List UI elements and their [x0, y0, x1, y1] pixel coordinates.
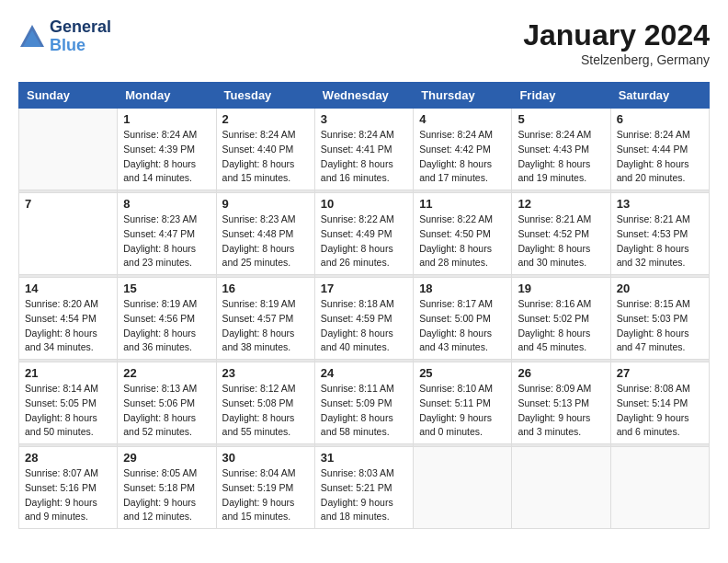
day-info-line: Sunset: 5:13 PM [518, 397, 589, 408]
day-number: 8 [123, 197, 210, 211]
day-info-line: Sunset: 4:47 PM [123, 228, 195, 239]
day-info: Sunrise: 8:04 AMSunset: 5:19 PMDaylight:… [222, 466, 309, 524]
day-number: 22 [123, 366, 210, 380]
day-info-line: and 6 minutes. [617, 426, 680, 437]
day-info-line: Daylight: 9 hours [123, 497, 196, 508]
day-info: Sunrise: 8:15 AMSunset: 5:03 PMDaylight:… [617, 297, 703, 355]
calendar-cell: 13Sunrise: 8:21 AMSunset: 4:53 PMDayligh… [610, 193, 709, 275]
day-info: Sunrise: 8:20 AMSunset: 4:54 PMDaylight:… [25, 297, 111, 355]
day-info: Sunrise: 8:22 AMSunset: 4:49 PMDaylight:… [321, 213, 407, 270]
day-number: 21 [25, 366, 111, 380]
day-info-line: Sunrise: 8:24 AM [518, 129, 591, 140]
day-info: Sunrise: 8:07 AMSunset: 5:16 PMDaylight:… [25, 466, 111, 524]
calendar-cell: 18Sunrise: 8:17 AMSunset: 5:00 PMDayligh… [414, 278, 512, 360]
day-info-line: Daylight: 9 hours [518, 412, 590, 423]
day-number: 7 [25, 197, 111, 211]
day-info-line: Sunset: 4:41 PM [321, 144, 392, 155]
day-number: 27 [617, 366, 703, 380]
day-number: 20 [617, 282, 703, 295]
weekday-header-monday: Monday [118, 83, 216, 109]
day-info-line: Sunrise: 8:19 AM [222, 298, 296, 309]
day-info: Sunrise: 8:03 AMSunset: 5:21 PMDaylight:… [321, 466, 407, 524]
day-info: Sunrise: 8:05 AMSunset: 5:18 PMDaylight:… [123, 466, 210, 524]
calendar-week-4: 21Sunrise: 8:14 AMSunset: 5:05 PMDayligh… [19, 362, 710, 444]
day-info-line: Sunset: 4:40 PM [222, 144, 294, 155]
location: Stelzenberg, Germany [523, 52, 710, 67]
day-info-line: Daylight: 8 hours [123, 243, 196, 254]
day-info-line: and 20 minutes. [617, 172, 686, 183]
day-info-line: Sunset: 4:50 PM [419, 228, 491, 239]
day-info-line: and 12 minutes. [123, 511, 192, 522]
day-info-line: Daylight: 8 hours [321, 412, 393, 423]
day-number: 2 [222, 112, 309, 126]
day-info-line: Sunrise: 8:03 AM [321, 467, 394, 478]
day-info-line: Sunrise: 8:07 AM [25, 467, 98, 478]
day-info-line: Sunrise: 8:22 AM [419, 213, 493, 224]
day-info-line: Daylight: 8 hours [222, 327, 295, 339]
weekday-header-wednesday: Wednesday [314, 83, 413, 109]
day-info: Sunrise: 8:13 AMSunset: 5:06 PMDaylight:… [123, 382, 210, 440]
day-info-line: Sunset: 5:08 PM [222, 397, 294, 408]
day-number: 23 [222, 366, 309, 380]
day-info-line: Sunset: 4:57 PM [222, 313, 294, 324]
day-number: 5 [518, 112, 604, 126]
day-info: Sunrise: 8:23 AMSunset: 4:48 PMDaylight:… [222, 213, 309, 270]
day-info-line: Daylight: 8 hours [222, 412, 295, 423]
weekday-header-tuesday: Tuesday [216, 83, 314, 109]
day-info-line: Sunrise: 8:24 AM [617, 129, 690, 140]
day-info-line: Sunrise: 8:14 AM [25, 383, 98, 394]
day-number: 6 [617, 112, 703, 126]
day-number: 10 [321, 197, 407, 211]
day-info: Sunrise: 8:19 AMSunset: 4:56 PMDaylight:… [123, 297, 210, 355]
calendar-cell: 9Sunrise: 8:23 AMSunset: 4:48 PMDaylight… [216, 193, 314, 275]
day-info: Sunrise: 8:21 AMSunset: 4:52 PMDaylight:… [518, 213, 604, 270]
day-info-line: Daylight: 9 hours [321, 497, 393, 508]
calendar-cell: 27Sunrise: 8:08 AMSunset: 5:14 PMDayligh… [610, 362, 709, 444]
day-info-line: Daylight: 8 hours [617, 243, 689, 254]
day-info-line: Sunset: 4:49 PM [321, 228, 392, 239]
logo-icon [18, 23, 46, 51]
calendar-cell [414, 447, 512, 529]
day-info-line: Sunset: 4:53 PM [617, 228, 688, 239]
day-info-line: Daylight: 8 hours [123, 412, 196, 423]
calendar-body: 1Sunrise: 8:24 AMSunset: 4:39 PMDaylight… [19, 109, 710, 529]
day-info-line: Sunrise: 8:08 AM [617, 383, 690, 394]
calendar-cell [610, 447, 709, 529]
day-info-line: and 14 minutes. [123, 172, 192, 183]
day-info: Sunrise: 8:10 AMSunset: 5:11 PMDaylight:… [419, 382, 506, 440]
day-info: Sunrise: 8:16 AMSunset: 5:02 PMDaylight:… [518, 297, 604, 355]
day-info-line: Sunset: 5:19 PM [222, 482, 294, 493]
day-info-line: Daylight: 8 hours [419, 243, 492, 254]
day-info-line: and 34 minutes. [25, 341, 94, 352]
calendar-cell: 24Sunrise: 8:11 AMSunset: 5:09 PMDayligh… [314, 362, 413, 444]
day-info-line: Daylight: 8 hours [25, 327, 97, 339]
day-info: Sunrise: 8:24 AMSunset: 4:42 PMDaylight:… [419, 128, 506, 186]
day-info-line: Daylight: 9 hours [617, 412, 689, 423]
calendar-cell [512, 447, 610, 529]
day-info-line: and 3 minutes. [518, 426, 581, 437]
day-info: Sunrise: 8:12 AMSunset: 5:08 PMDaylight:… [222, 382, 309, 440]
calendar-cell: 14Sunrise: 8:20 AMSunset: 4:54 PMDayligh… [19, 278, 118, 360]
day-info-line: Sunrise: 8:23 AM [123, 213, 197, 224]
calendar-cell: 25Sunrise: 8:10 AMSunset: 5:11 PMDayligh… [414, 362, 512, 444]
calendar-cell: 23Sunrise: 8:12 AMSunset: 5:08 PMDayligh… [216, 362, 314, 444]
day-info-line: and 23 minutes. [123, 257, 192, 268]
day-info-line: Sunrise: 8:05 AM [123, 467, 197, 478]
day-info: Sunrise: 8:18 AMSunset: 4:59 PMDaylight:… [321, 297, 407, 355]
day-number: 25 [419, 366, 506, 380]
day-info-line: Daylight: 8 hours [617, 158, 689, 169]
day-info: Sunrise: 8:08 AMSunset: 5:14 PMDaylight:… [617, 382, 703, 440]
day-info-line: and 30 minutes. [518, 257, 586, 268]
day-number: 13 [617, 197, 703, 211]
day-info-line: and 45 minutes. [518, 341, 586, 352]
day-info-line: Sunrise: 8:19 AM [123, 298, 197, 309]
day-info-line: and 36 minutes. [123, 341, 192, 352]
logo: General Blue [18, 18, 111, 55]
calendar-cell: 29Sunrise: 8:05 AMSunset: 5:18 PMDayligh… [118, 447, 216, 529]
day-info-line: Sunrise: 8:23 AM [222, 213, 296, 224]
day-info-line: Sunset: 5:05 PM [25, 397, 97, 408]
day-info-line: Sunrise: 8:24 AM [321, 129, 394, 140]
day-info-line: Daylight: 8 hours [419, 158, 492, 169]
day-info-line: and 26 minutes. [321, 257, 390, 268]
calendar-cell: 1Sunrise: 8:24 AMSunset: 4:39 PMDaylight… [118, 109, 216, 190]
